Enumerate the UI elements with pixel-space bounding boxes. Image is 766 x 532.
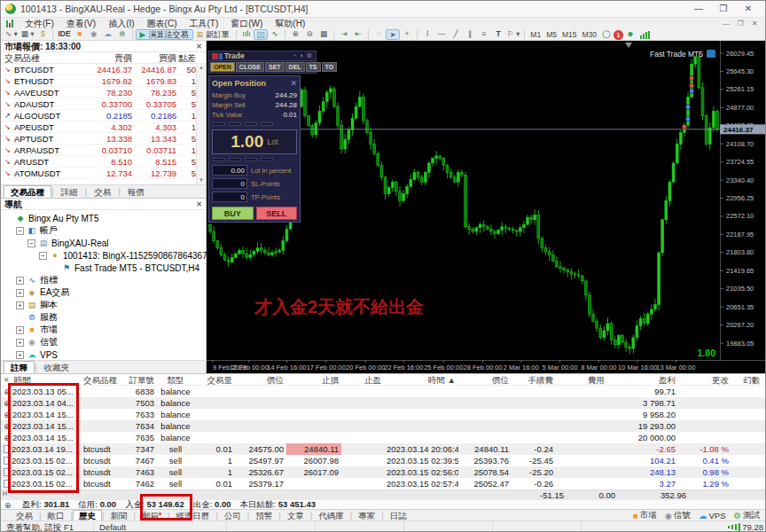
toolbox-tab-郵箱[interactable]: 郵箱: [136, 510, 168, 520]
history-column-header[interactable]: 更改: [678, 374, 731, 385]
navigator-tab[interactable]: 註釋: [4, 361, 35, 373]
market-row[interactable]: ↘APTUSDT13.33813.3435: [1, 133, 206, 145]
market-row[interactable]: ↘AAVEUSDT78.23078.2355: [1, 87, 206, 98]
nav-vps[interactable]: +☁VPS: [1, 348, 206, 361]
market-watch-scrollbar[interactable]: ▲▼: [196, 64, 206, 184]
quick-信號[interactable]: ◉信號: [665, 510, 691, 521]
fibonacci-icon[interactable]: ≡: [477, 29, 491, 40]
market-watch-tab[interactable]: 報價: [121, 185, 152, 198]
market-row[interactable]: ↘ARPAUSDT0.037100.037111: [1, 145, 206, 156]
toolbox-tab-經濟日曆[interactable]: 經濟日曆: [169, 510, 215, 520]
market-row[interactable]: ↘APEUSDT4.3024.3031: [1, 121, 206, 133]
notifications-badge[interactable]: 1: [614, 30, 623, 40]
tf-m30[interactable]: M30: [580, 30, 600, 39]
toolbox-close-icon[interactable]: ✕: [1, 374, 12, 385]
history-row[interactable]: ⊕2023.03.14 15...7634balance19 293.00: [1, 420, 766, 432]
vertical-line-icon[interactable]: ǀ: [420, 29, 434, 40]
history-row[interactable]: 2023.03.15 02...btcusdt7462sell0.0125379…: [1, 478, 766, 489]
menu-item[interactable]: 查看(V): [60, 18, 102, 29]
nav-server[interactable]: −▤BingXAU-Real: [1, 237, 206, 249]
tf-m1[interactable]: M1: [528, 30, 543, 39]
expand-icon[interactable]: +: [16, 326, 24, 334]
tf-m5[interactable]: M5: [543, 30, 559, 39]
channel-icon[interactable]: ∥: [463, 29, 477, 40]
column-header[interactable]: 點差: [176, 52, 196, 63]
fast-trade-title-icons[interactable]: ◔ ◑ ⚙: [292, 52, 313, 59]
market-row[interactable]: ↘ATOMUSDT12.73412.7395: [1, 168, 206, 179]
market-row[interactable]: ↘ADAUSDT0.337000.337055: [1, 98, 206, 110]
fast-trade-titlebar[interactable]: Trade ◔ ◑ ⚙: [208, 51, 317, 61]
sell-button[interactable]: SELL: [256, 207, 298, 220]
history-column-header[interactable]: 時間: [12, 374, 81, 385]
history-row[interactable]: ⊕2023.03.14 15...7633balance9 958.20: [1, 409, 766, 420]
child-minimize-button[interactable]: —: [719, 18, 733, 29]
new-order-button[interactable]: ⊞新訂單: [193, 29, 234, 40]
toolbox-tab-公司[interactable]: 公司: [218, 510, 247, 520]
column-header[interactable]: 交易品種: [1, 52, 82, 63]
expand-icon[interactable]: +: [16, 339, 24, 347]
line-mode-icon[interactable]: ∿: [268, 29, 282, 40]
lot-percent-input[interactable]: [212, 165, 247, 176]
nav-accounts[interactable]: −◧帳戶: [1, 224, 206, 237]
lot-preset-buttons[interactable]: [213, 158, 296, 161]
tf-m15[interactable]: M15: [559, 30, 580, 39]
user-icon[interactable]: ☻: [623, 29, 637, 40]
child-close-button[interactable]: ✕: [747, 18, 762, 29]
toolbox-tab-交易[interactable]: 交易: [10, 510, 39, 520]
trendline-icon[interactable]: ╱: [449, 29, 463, 40]
close-icon[interactable]: ✕: [196, 199, 202, 209]
collapse-icon[interactable]: −: [27, 239, 35, 247]
fast-trade-to-button[interactable]: TO: [322, 62, 338, 72]
expand-icon[interactable]: +: [16, 289, 24, 297]
docked-panel-strip[interactable]: H: [1, 489, 9, 520]
maximize-button[interactable]: ❐: [711, 1, 736, 17]
cursor-icon[interactable]: ➤: [386, 29, 400, 40]
history-column-header[interactable]: 價位: [458, 374, 512, 385]
new-chart-icon[interactable]: ▦ ▾: [20, 29, 36, 40]
nav-account[interactable]: −●1001413: BingX-1152590867864367106: [1, 249, 206, 262]
nav-indicators[interactable]: +∿指標: [1, 274, 206, 286]
history-row[interactable]: 2023.03.15 02...btcusdt7463sell125326.67…: [1, 466, 766, 478]
child-restore-button[interactable]: ❐: [733, 18, 747, 29]
status-profile[interactable]: Default: [94, 521, 227, 532]
nav-scripts[interactable]: +▤腳本: [1, 299, 206, 311]
community-icon[interactable]: ⊛: [115, 29, 129, 40]
tile-windows-icon[interactable]: ▦: [317, 29, 331, 40]
fast-trade-set-button[interactable]: SET: [265, 62, 285, 72]
history-column-header[interactable]: 止損: [286, 374, 341, 385]
minimize-button[interactable]: —: [686, 1, 711, 17]
nav-root[interactable]: ◆Bingx Au Pty MT5: [1, 212, 206, 224]
signals-icon[interactable]: ◉: [87, 29, 101, 40]
bars-mode-icon[interactable]: ıılı: [239, 29, 254, 40]
fast-trade-close-button[interactable]: CLOSE: [236, 62, 264, 72]
history-column-header[interactable]: 盈利: [607, 374, 678, 385]
fast-trade-ts-button[interactable]: TS: [306, 62, 321, 72]
market-watch-tab[interactable]: 交易品種: [4, 185, 51, 198]
toolbox-tab-代碼庫[interactable]: 代碼庫: [312, 510, 350, 520]
menu-item[interactable]: 插入(I): [102, 18, 140, 29]
fast-trade-del-button[interactable]: DEL: [285, 62, 305, 72]
navigator-tab[interactable]: 收藏夾: [37, 361, 77, 373]
market-row[interactable]: ↘ARUSDT8.5108.5155: [1, 156, 206, 168]
toolbox-tab-歷史[interactable]: 歷史: [73, 510, 102, 520]
history-column-header[interactable]: 訂單號: [125, 374, 157, 385]
fast-trade-open-button[interactable]: OPEN: [210, 62, 235, 72]
history-row[interactable]: 2023.03.14 19...btcusdt7347sell0.0124575…: [1, 443, 766, 455]
deposit-icon[interactable]: $: [35, 29, 50, 40]
nav-services[interactable]: ⚙服務: [1, 311, 206, 324]
tp-points-input[interactable]: [212, 192, 247, 202]
toolbox-tab-新聞[interactable]: 新聞: [104, 510, 133, 520]
menu-item[interactable]: 工具(T): [183, 18, 224, 29]
column-header[interactable]: 買價: [132, 52, 176, 63]
history-row[interactable]: ⊕2023.03.14 04...7503balance3 798.71: [1, 397, 766, 409]
quick-VPS[interactable]: ☁VPS: [699, 511, 726, 520]
history-column-header[interactable]: 交易品種: [81, 374, 125, 385]
sl-points-input[interactable]: [212, 178, 247, 189]
history-column-header[interactable]: 類型: [157, 374, 194, 385]
menu-item[interactable]: 圖表(C): [141, 18, 184, 29]
nav-market[interactable]: +■市場: [1, 324, 206, 336]
expand-icon[interactable]: +: [16, 351, 24, 359]
candles-mode-icon[interactable]: ▯▯: [254, 29, 268, 40]
history-row[interactable]: 2023.03.15 02...btcusdt7467sell125497.97…: [1, 455, 766, 466]
shift-chart-icon[interactable]: ⇥: [337, 29, 351, 40]
